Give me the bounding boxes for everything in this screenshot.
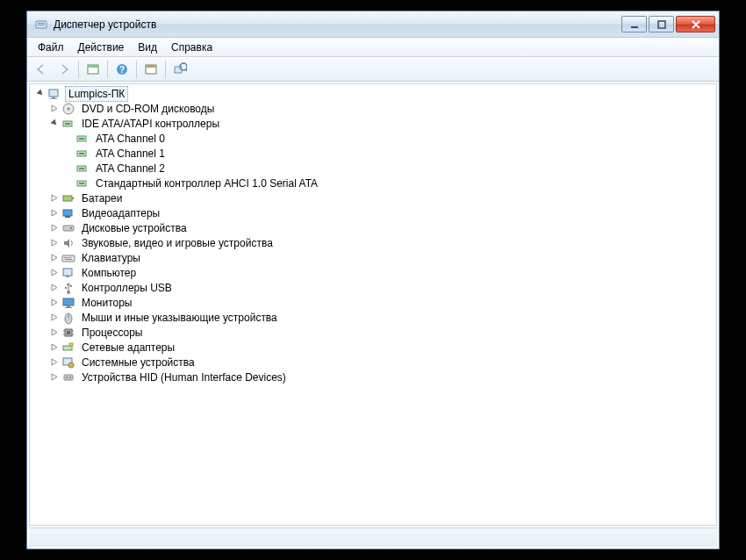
- tree-label: Стандартный контроллер AHCI 1.0 Serial A…: [93, 176, 320, 190]
- expand-icon[interactable]: [47, 206, 61, 220]
- tree-item-video[interactable]: Видеоадаптеры: [30, 205, 716, 220]
- expand-icon[interactable]: [47, 311, 61, 325]
- tree-item-cpu[interactable]: Процессоры: [30, 325, 716, 340]
- controller-icon: [75, 162, 90, 176]
- tree-item-ata2[interactable]: ATA Channel 2: [30, 161, 716, 176]
- svg-point-44: [65, 286, 67, 288]
- expand-icon[interactable]: [47, 251, 61, 265]
- expand-icon[interactable]: [47, 236, 61, 250]
- titlebar[interactable]: Диспетчер устройств: [27, 11, 719, 38]
- display-adapter-icon: [61, 206, 75, 220]
- expand-icon[interactable]: [47, 296, 61, 310]
- svg-rect-4: [658, 21, 665, 28]
- computer-icon: [47, 87, 61, 101]
- svg-rect-38: [69, 257, 71, 258]
- menu-view[interactable]: Вид: [131, 39, 164, 55]
- tree-label: Мыши и иные указывающие устройства: [79, 311, 280, 325]
- tree-item-hid[interactable]: Устройства HID (Human Interface Devices): [30, 370, 716, 384]
- svg-rect-31: [63, 210, 72, 216]
- controller-icon: [61, 117, 75, 131]
- close-button[interactable]: [676, 16, 715, 32]
- show-hidden-button[interactable]: [82, 60, 104, 79]
- tree-view[interactable]: Lumpics-ПК DVD и CD-ROM дисководы IDE AT…: [29, 83, 717, 526]
- svg-point-62: [66, 377, 68, 378]
- tree-label: ATA Channel 0: [93, 132, 168, 146]
- tree-item-monitor[interactable]: Мониторы: [30, 295, 716, 310]
- svg-rect-45: [70, 285, 72, 287]
- back-button[interactable]: [31, 60, 52, 79]
- svg-rect-1: [38, 23, 45, 24]
- system-icon: [61, 355, 75, 370]
- tree-item-disk[interactable]: Дисковые устройства: [30, 220, 716, 235]
- svg-rect-6: [88, 65, 98, 68]
- toolbar-sep: [165, 61, 166, 78]
- tree-item-ata0[interactable]: ATA Channel 0: [30, 131, 716, 146]
- expand-icon[interactable]: [47, 355, 61, 370]
- tree-label: Дисковые устройства: [79, 221, 190, 235]
- controller-icon: [75, 132, 90, 146]
- svg-rect-28: [79, 183, 84, 184]
- sound-icon: [61, 236, 75, 250]
- svg-rect-61: [64, 375, 73, 380]
- expand-icon[interactable]: [47, 326, 61, 340]
- maximize-button[interactable]: [649, 16, 674, 32]
- tree-item-mouse[interactable]: Мыши и иные указывающие устройства: [30, 310, 716, 325]
- tree-item-network[interactable]: Сетевые адаптеры: [30, 340, 716, 355]
- svg-rect-37: [67, 257, 68, 258]
- svg-rect-26: [79, 168, 84, 169]
- svg-rect-58: [69, 343, 73, 346]
- tree-label: IDE ATA/ATAPI контроллеры: [79, 117, 222, 131]
- menu-help[interactable]: Справка: [164, 39, 219, 55]
- tree-item-dvd[interactable]: DVD и CD-ROM дисководы: [30, 101, 716, 116]
- tree-item-ata1[interactable]: ATA Channel 1: [30, 146, 716, 161]
- tree-label: Устройства HID (Human Interface Devices): [79, 370, 289, 384]
- svg-line-13: [185, 69, 187, 71]
- toolbar: ?: [27, 57, 719, 82]
- forward-button[interactable]: [54, 60, 75, 79]
- svg-rect-22: [79, 138, 84, 140]
- menu-action[interactable]: Действие: [71, 39, 132, 55]
- mouse-icon: [61, 311, 75, 325]
- expand-icon[interactable]: [47, 221, 61, 235]
- svg-rect-30: [72, 197, 74, 199]
- expand-icon[interactable]: [47, 370, 61, 384]
- expand-icon[interactable]: [47, 281, 61, 295]
- collapse-icon[interactable]: [47, 117, 61, 131]
- tree-item-battery[interactable]: Батареи: [30, 190, 716, 205]
- tree-item-ahci[interactable]: Стандартный контроллер AHCI 1.0 Serial A…: [30, 176, 716, 190]
- tree-item-usb[interactable]: Контроллеры USB: [30, 280, 716, 295]
- svg-point-63: [69, 377, 71, 378]
- tree-label: Звуковые, видео и игровые устройства: [79, 236, 276, 250]
- expand-icon[interactable]: [47, 341, 61, 355]
- menu-file[interactable]: Файл: [31, 39, 71, 55]
- svg-rect-33: [63, 226, 74, 231]
- minimize-button[interactable]: [621, 16, 647, 32]
- tree-label: ATA Channel 1: [93, 147, 168, 161]
- collapse-icon[interactable]: [33, 87, 47, 101]
- menubar: Файл Действие Вид Справка: [27, 38, 719, 57]
- tree-item-computer[interactable]: Компьютер: [30, 265, 716, 280]
- usb-icon: [61, 281, 75, 295]
- network-icon: [61, 341, 75, 355]
- svg-rect-57: [63, 346, 72, 350]
- tree-label: DVD и CD-ROM дисководы: [79, 102, 217, 116]
- svg-rect-40: [63, 269, 72, 276]
- tree-item-ide[interactable]: IDE ATA/ATAPI контроллеры: [30, 116, 716, 131]
- svg-rect-20: [65, 123, 70, 125]
- window-title: Диспетчер устройств: [54, 18, 621, 31]
- expand-icon[interactable]: [47, 266, 61, 280]
- tree-root[interactable]: Lumpics-ПК: [30, 86, 716, 101]
- scan-hardware-button[interactable]: [169, 60, 190, 79]
- expand-icon[interactable]: [47, 102, 61, 116]
- tree-item-system[interactable]: Системные устройства: [30, 355, 716, 370]
- monitor-icon: [61, 296, 75, 310]
- tree-item-sound[interactable]: Звуковые, видео и игровые устройства: [30, 235, 716, 250]
- statusbar: [29, 528, 717, 547]
- expand-icon[interactable]: [47, 191, 61, 205]
- disk-icon: [61, 221, 75, 235]
- tree-item-keyboard[interactable]: Клавиатуры: [30, 250, 716, 265]
- help-button[interactable]: ?: [111, 60, 133, 79]
- properties-button[interactable]: [140, 60, 161, 79]
- svg-rect-10: [146, 65, 156, 68]
- keyboard-icon: [61, 251, 75, 265]
